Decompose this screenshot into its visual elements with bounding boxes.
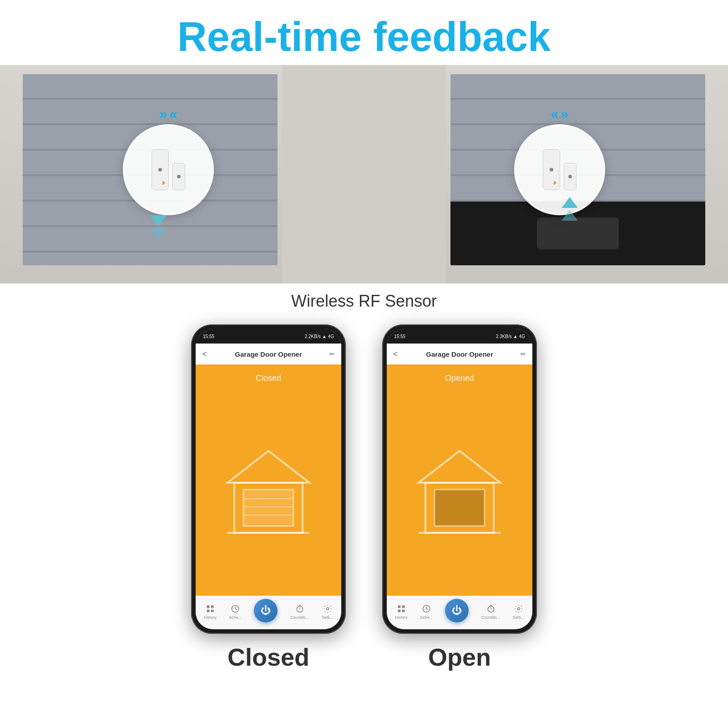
arrow-down-indicator bbox=[150, 215, 167, 239]
page-header: Real-time feedback bbox=[0, 0, 728, 65]
phone-right: 15:55 2.3KB/s ▲ 4G < Garage Door Opener … bbox=[382, 324, 537, 634]
chevron-right-icon-2: » bbox=[561, 106, 569, 122]
svg-rect-21 bbox=[398, 609, 400, 612]
power-icon-right: ⏻ bbox=[452, 605, 462, 617]
svg-rect-2 bbox=[243, 490, 293, 526]
status-time-right: 15:55 bbox=[394, 334, 405, 339]
garage-icon-area-right bbox=[391, 392, 528, 591]
history-label-right: History bbox=[395, 615, 408, 620]
garage-svg-open bbox=[410, 442, 510, 542]
countdown-label-left: Countdo... bbox=[290, 615, 309, 620]
power-button-left[interactable]: ⏻ bbox=[254, 599, 278, 622]
status-bar-right: 15:55 2.3KB/s ▲ 4G bbox=[387, 329, 532, 344]
settings-label-right: Setti... bbox=[513, 615, 525, 620]
phone-screen-left: 15:55 2.2KB/s ▲ 4G < Garage Door Opener … bbox=[196, 329, 341, 629]
history-icon-right bbox=[396, 603, 407, 614]
phone-screen-right: 15:55 2.3KB/s ▲ 4G < Garage Door Opener … bbox=[387, 329, 532, 629]
svg-rect-19 bbox=[398, 605, 400, 608]
app-content-right: Opened bbox=[387, 364, 532, 596]
svg-point-26 bbox=[517, 607, 520, 610]
door-status-left: Closed bbox=[256, 374, 281, 383]
power-button-right[interactable]: ⏻ bbox=[445, 599, 469, 622]
nav-schedule-right[interactable]: Sche... bbox=[420, 603, 433, 620]
svg-rect-17 bbox=[435, 490, 485, 526]
open-label: Open bbox=[428, 643, 491, 671]
chevron-left-icon-2: « bbox=[551, 106, 559, 122]
wifi-icon-left: ▲ bbox=[322, 334, 327, 339]
nav-settings-left[interactable]: Setti... bbox=[322, 603, 334, 620]
wifi-icon-right: ▲ bbox=[513, 334, 518, 339]
door-status-right: Opened bbox=[445, 374, 474, 383]
app-nav-left: History Sche... ⏻ bbox=[196, 596, 341, 629]
settings-icon-right bbox=[513, 603, 524, 614]
nav-settings-right[interactable]: Setti... bbox=[513, 603, 525, 620]
schedule-label-left: Sche... bbox=[229, 615, 242, 620]
nav-schedule-left[interactable]: Sche... bbox=[229, 603, 242, 620]
settings-icon-left bbox=[322, 603, 333, 614]
phones-section: 15:55 2.2KB/s ▲ 4G < Garage Door Opener … bbox=[0, 324, 728, 671]
network-icon-left: 4G bbox=[328, 334, 334, 339]
svg-marker-0 bbox=[228, 451, 309, 483]
nav-history-left[interactable]: History bbox=[204, 603, 217, 620]
svg-rect-10 bbox=[211, 609, 213, 612]
network-icon-right: 4G bbox=[519, 334, 525, 339]
chevron-left-icon: « bbox=[169, 106, 177, 122]
status-bar-left: 15:55 2.2KB/s ▲ 4G bbox=[196, 329, 341, 344]
sensor-device-right bbox=[543, 149, 576, 190]
svg-rect-20 bbox=[402, 605, 404, 608]
history-label-left: History bbox=[204, 615, 217, 620]
edit-button-right[interactable]: ✏ bbox=[521, 350, 526, 358]
schedule-icon-right bbox=[421, 603, 432, 614]
svg-rect-22 bbox=[402, 609, 404, 612]
arrow-up-indicator bbox=[561, 197, 578, 221]
chevron-right-icon: » bbox=[159, 106, 167, 122]
edit-button-left[interactable]: ✏ bbox=[329, 350, 335, 358]
phone-group-closed: 15:55 2.2KB/s ▲ 4G < Garage Door Opener … bbox=[191, 324, 346, 671]
countdown-label-right: Countdo... bbox=[481, 615, 500, 620]
garage-svg-closed bbox=[218, 442, 318, 542]
sensor-circle-right: « » bbox=[514, 124, 605, 215]
nav-history-right[interactable]: History bbox=[395, 603, 408, 620]
rf-sensor-label: Wireless RF Sensor bbox=[0, 292, 728, 311]
nav-countdown-left[interactable]: Countdo... bbox=[290, 603, 309, 620]
status-signal-left: 2.2KB/s ▲ 4G bbox=[305, 334, 334, 339]
nav-power-right[interactable]: ⏻ bbox=[445, 599, 469, 624]
status-signal-right: 2.3KB/s ▲ 4G bbox=[496, 334, 525, 339]
countdown-icon-right bbox=[485, 603, 496, 614]
sensor-circle-left: » « bbox=[123, 124, 214, 215]
app-nav-right: History Sche... ⏻ bbox=[387, 596, 532, 629]
svg-marker-15 bbox=[419, 451, 500, 483]
svg-rect-7 bbox=[207, 605, 209, 608]
app-header-right: < Garage Door Opener ✏ bbox=[387, 344, 532, 364]
nav-power-left[interactable]: ⏻ bbox=[254, 599, 278, 624]
app-content-left: Closed bbox=[196, 364, 341, 596]
app-title-left: Garage Door Opener bbox=[235, 350, 302, 358]
history-icon-left bbox=[205, 603, 216, 614]
back-button-left[interactable]: < bbox=[202, 349, 207, 359]
schedule-label-right: Sche... bbox=[420, 615, 433, 620]
countdown-icon-left bbox=[294, 603, 305, 614]
phone-group-open: 15:55 2.3KB/s ▲ 4G < Garage Door Opener … bbox=[382, 324, 537, 671]
settings-label-left: Setti... bbox=[322, 615, 334, 620]
app-title-right: Garage Door Opener bbox=[426, 350, 493, 358]
garage-background: » « « » bbox=[0, 65, 728, 283]
svg-rect-8 bbox=[211, 605, 213, 608]
phone-left: 15:55 2.2KB/s ▲ 4G < Garage Door Opener … bbox=[191, 324, 346, 634]
back-button-right[interactable]: < bbox=[393, 349, 398, 359]
schedule-icon-left bbox=[230, 603, 241, 614]
garage-icon-area-left bbox=[200, 392, 337, 591]
svg-rect-9 bbox=[207, 609, 209, 612]
app-header-left: < Garage Door Opener ✏ bbox=[196, 344, 341, 364]
status-time-left: 15:55 bbox=[203, 334, 214, 339]
power-icon-left: ⏻ bbox=[261, 605, 271, 617]
sensor-device-left bbox=[152, 149, 185, 190]
svg-point-14 bbox=[326, 607, 329, 610]
closed-label: Closed bbox=[228, 643, 309, 671]
nav-countdown-right[interactable]: Countdo... bbox=[481, 603, 500, 620]
page-title: Real-time feedback bbox=[0, 14, 728, 61]
